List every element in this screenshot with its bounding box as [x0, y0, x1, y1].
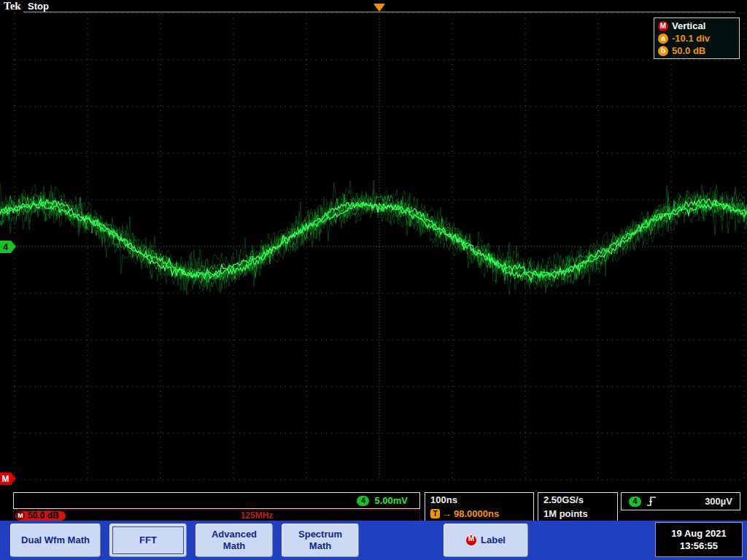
channel-4-scale-value: 5.00mV [374, 495, 408, 506]
horizontal-readout: 100ns T → 98.0000ns [425, 492, 534, 521]
multipurpose-knob-b-icon: b [658, 46, 668, 56]
menu-button-label: Advanced Math [202, 529, 266, 551]
oscilloscope-screen: Tek Stop M Vertical a -10.1 div b 50.0 d… [0, 0, 747, 560]
math-scale-readout: M 50.0 dB 125MHz [13, 510, 420, 521]
lower-menu-bar: Dual Wfm Math FFT Advanced Math Spectrum… [0, 521, 747, 560]
vertical-side-menu: M Vertical a -10.1 div b 50.0 dB [654, 18, 740, 59]
channel-4-badge: 4 [357, 496, 369, 506]
menu-button-label: Label [481, 534, 506, 546]
acquisition-status: Stop [28, 1, 49, 12]
tek-logo: Tek [4, 0, 21, 12]
channel-4-reference-marker[interactable]: 4 [0, 241, 11, 253]
time-label: 13:56:55 [680, 540, 718, 551]
center-frequency-label: 125MHz [94, 510, 419, 521]
menu-button-label: FFT [139, 534, 157, 546]
trigger-position-marker-icon[interactable] [374, 4, 385, 12]
menu-button-label-edit[interactable]: M Label [444, 524, 528, 557]
menu-button-fft[interactable]: FFT [109, 524, 187, 557]
top-divider [23, 12, 735, 12]
trigger-position-value: 98.0000ns [454, 508, 499, 519]
math-badge: M [466, 535, 476, 545]
knob-a-value: -10.1 div [672, 33, 710, 44]
rising-edge-icon [646, 496, 657, 507]
channel-4-scale-readout: 4 5.00mV [13, 492, 420, 509]
trigger-position-arrow-icon: → [442, 508, 452, 519]
timebase-value: 100ns [430, 494, 528, 505]
math-reference-marker[interactable]: M [0, 472, 11, 485]
date-label: 19 Aug 2021 [671, 528, 726, 539]
menu-button-dual-wfm-math[interactable]: Dual Wfm Math [10, 524, 101, 557]
trigger-source-badge: 4 [629, 497, 641, 507]
vertical-menu-title: Vertical [672, 20, 705, 31]
sample-rate-value: 2.50GS/s [543, 494, 612, 505]
datetime-display: 19 Aug 2021 13:56:55 [655, 522, 743, 557]
acquisition-readout: 2.50GS/s 1M points [538, 492, 618, 521]
math-badge: M [16, 511, 25, 520]
menu-button-spectrum-math[interactable]: Spectrum Math [282, 524, 359, 557]
math-scale-value: 50.0 dB [28, 510, 59, 521]
menu-button-label: Dual Wfm Math [21, 534, 90, 546]
math-channel-badge: M [658, 21, 668, 31]
math-scale-pill: M 50.0 dB [15, 511, 66, 521]
trigger-level-value: 300µV [705, 496, 732, 507]
graticule-svg [0, 0, 747, 560]
waveform-trace-group [0, 180, 747, 295]
multipurpose-knob-a-icon: a [658, 34, 668, 44]
record-length-value: 1M points [543, 508, 612, 519]
trigger-t-badge: T [430, 509, 440, 518]
knob-b-value: 50.0 dB [672, 45, 705, 56]
menu-button-advanced-math[interactable]: Advanced Math [196, 524, 273, 557]
trigger-readout: 4 300µV [621, 492, 740, 510]
menu-button-label: Spectrum Math [288, 529, 352, 551]
